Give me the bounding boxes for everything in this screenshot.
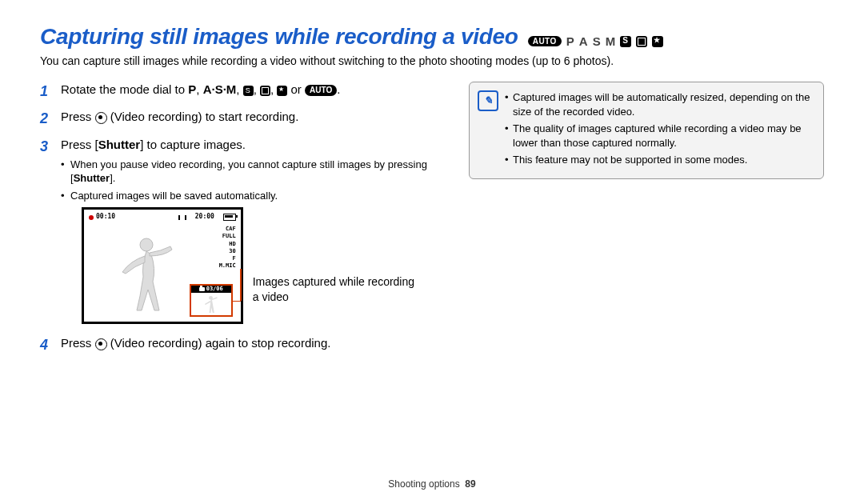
right-column: ✎ Captured images will be automatically … [469, 82, 824, 363]
intro-text: You can capture still images while recor… [40, 54, 824, 67]
camera-lcd-illustration: 00:10 20:00 CAF FULL HD 30 F M.MIC [82, 207, 243, 324]
time-remaining: 20:00 [195, 213, 214, 222]
resolution-indicator: FULL HD [219, 233, 236, 247]
mode-badge-strip: AUTO P A S M [528, 34, 664, 48]
fps-indicator: 30 F [219, 248, 236, 262]
page-footer: Shooting options 89 [0, 478, 864, 490]
scene-icon [243, 86, 254, 96]
mode-magic-icon [652, 36, 663, 47]
svg-point-0 [140, 238, 153, 251]
mode-s-icon: S [593, 34, 601, 48]
info-icon: ✎ [478, 90, 498, 111]
thumbnail-count: 03/06 [206, 286, 223, 293]
auto-icon: AUTO [305, 85, 337, 96]
mode-m-icon: M [606, 34, 616, 48]
step-3: Press [Shutter] to capture images. When … [40, 137, 440, 325]
magic-icon [277, 86, 287, 96]
step-3-note-1: When you pause video recording, you cann… [61, 158, 440, 186]
rec-indicator-icon [89, 215, 94, 220]
record-button-icon [95, 112, 107, 124]
step-4: Press (Video recording) again to stop re… [40, 335, 440, 351]
rec-time: 00:10 [96, 213, 115, 222]
note-2: The quality of images captured while rec… [505, 122, 814, 150]
camera-icon [199, 287, 205, 291]
dancer-thumb-icon [202, 294, 221, 314]
left-column: Rotate the mode dial to P, A·S·M, , , or… [40, 82, 440, 363]
record-button-icon [95, 338, 107, 350]
step-2: Press (Video recording) to start recordi… [40, 109, 440, 125]
page-title: Capturing still images while recording a… [40, 24, 518, 50]
smart-icon [260, 86, 270, 96]
step-1: Rotate the mode dial to P, A·S·M, , , or… [40, 82, 440, 98]
thumbnail-caption: Images captured while recording a video [253, 274, 440, 305]
callout-leader-line [231, 301, 241, 302]
captured-thumbnail: 03/06 [190, 284, 233, 317]
mic-indicator: M.MIC [219, 262, 236, 270]
info-note-box: ✎ Captured images will be automatically … [469, 82, 824, 179]
mode-smart-icon [636, 36, 647, 47]
mode-p-icon: P [566, 34, 574, 48]
pause-icon [178, 215, 186, 220]
manual-page: Capturing still images while recording a… [0, 0, 864, 504]
note-3: This feature may not be supported in som… [505, 153, 814, 167]
footer-section: Shooting options [388, 478, 459, 490]
dancer-silhouette-icon [108, 234, 188, 314]
note-1: Captured images will be automatically re… [505, 90, 814, 118]
mode-a-icon: A [579, 34, 588, 48]
battery-icon [223, 214, 236, 221]
step-3-note-2: Captured images will be saved automatica… [61, 189, 440, 203]
caf-indicator: CAF [219, 226, 236, 233]
mode-scene-icon [620, 36, 631, 47]
mode-auto-icon: AUTO [528, 36, 562, 46]
footer-page-number: 89 [465, 478, 475, 490]
